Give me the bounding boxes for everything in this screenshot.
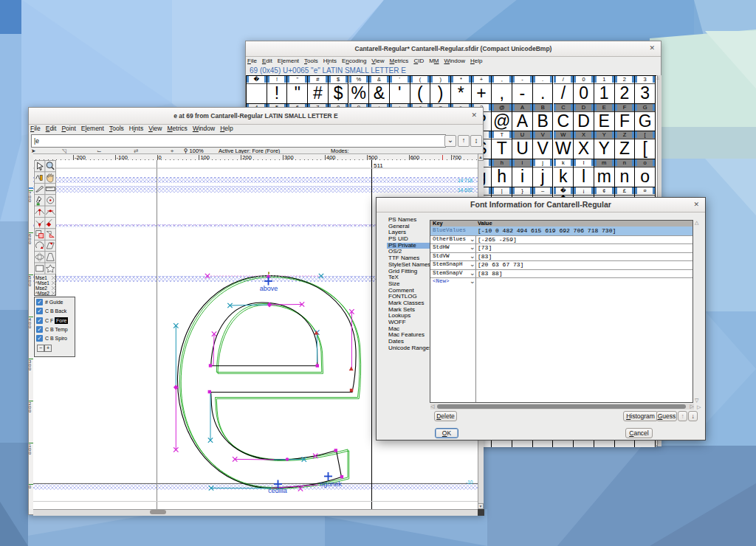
svg-text:-10: -10: [466, 480, 473, 485]
svg-text:above: above: [260, 285, 278, 292]
svg-text:Mse2: Mse2: [35, 286, 47, 291]
svg-text:511: 511: [374, 162, 383, 169]
svg-text:14 718: 14 718: [458, 178, 472, 183]
svg-text:^Mse1: ^Mse1: [35, 280, 49, 286]
svg-text:ogonek: ogonek: [320, 480, 342, 488]
svg-text:14 692: 14 692: [458, 187, 472, 193]
svg-text:Mse1: Mse1: [35, 275, 47, 280]
svg-text:cedilla: cedilla: [268, 487, 287, 494]
svg-text:^Mse2: ^Mse2: [35, 291, 49, 296]
